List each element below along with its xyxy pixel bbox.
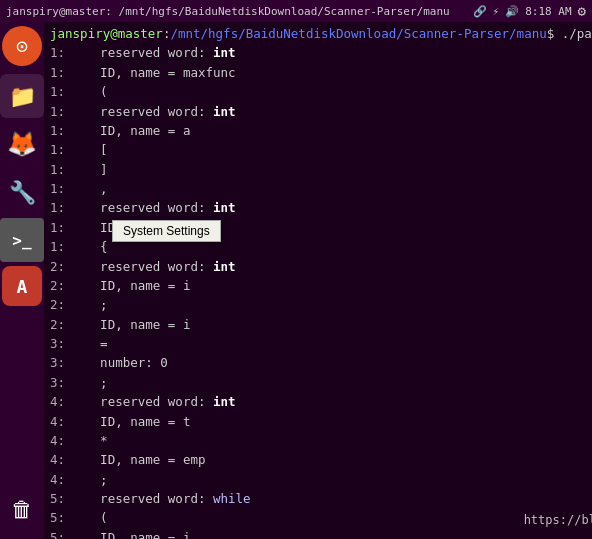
terminal-area: janspiry@master:/mnt/hgfs/BaiduNetdiskDo…	[44, 22, 592, 539]
command-line: janspiry@master:/mnt/hgfs/BaiduNetdiskDo…	[50, 24, 592, 43]
sidebar-item-settings[interactable]: 🔧	[0, 170, 44, 214]
settings-icon: 🔧	[9, 180, 36, 205]
bluetooth-icon: ⚡	[493, 5, 500, 18]
terminal-line: 5: ID, name = i	[50, 528, 592, 539]
terminal-line: 4: reserved word: int	[50, 392, 592, 411]
terminal-line: 1: [	[50, 140, 592, 159]
top-bar-title: janspiry@master: /mnt/hgfs/BaiduNetdiskD…	[6, 5, 473, 18]
time-display: 8:18 AM	[525, 5, 571, 18]
ubuntu-logo: ⊙	[2, 26, 42, 66]
top-bar: janspiry@master: /mnt/hgfs/BaiduNetdiskD…	[0, 0, 592, 22]
terminal-line: 4: ID, name = t	[50, 412, 592, 431]
top-bar-controls: 🔗 ⚡ 🔊 8:18 AM ⚙	[473, 3, 586, 19]
sidebar: ⊙ 📁 🦊 🔧 >_ A 🗑	[0, 22, 44, 539]
terminal-line: 4: ID, name = emp	[50, 450, 592, 469]
terminal-line: 1: reserved word: int	[50, 102, 592, 121]
terminal-line: 2: reserved word: int	[50, 257, 592, 276]
sidebar-item-home[interactable]: ⊙	[0, 26, 44, 70]
terminal-line: 2: ;	[50, 295, 592, 314]
terminal-line: 3: =	[50, 334, 592, 353]
terminal-line: 2: ID, name = i	[50, 276, 592, 295]
terminal-line: 5: (	[50, 508, 592, 527]
window-title: janspiry@master: /mnt/hgfs/BaiduNetdiskD…	[6, 5, 450, 18]
sidebar-item-software[interactable]: A	[2, 266, 42, 306]
network-icon[interactable]: 🔗	[473, 5, 487, 18]
files-icon: 📁	[9, 84, 36, 109]
sidebar-item-files[interactable]: 📁	[0, 74, 44, 118]
terminal-line: 1: reserved word: int	[50, 198, 592, 217]
terminal-line: 1: ID, name = maxfunc	[50, 63, 592, 82]
gear-icon[interactable]: ⚙	[578, 3, 586, 19]
terminal-line: 1: reserved word: int	[50, 43, 592, 62]
firefox-icon: 🦊	[7, 130, 37, 158]
terminal-line: 5: reserved word: while	[50, 489, 592, 508]
sidebar-item-terminal[interactable]: >_	[0, 218, 44, 262]
software-icon: A	[17, 276, 28, 297]
terminal-line: 2: ID, name = i	[50, 315, 592, 334]
system-settings-tooltip: System Settings	[112, 220, 221, 242]
sidebar-item-trash[interactable]: 🗑	[0, 487, 44, 531]
watermark-text: https://blog.csdn.net/jianglw1	[524, 513, 592, 527]
terminal-line: 1: ]	[50, 160, 592, 179]
terminal-line: 1: ID, name = a	[50, 121, 592, 140]
terminal-line: 4: ;	[50, 470, 592, 489]
terminal-icon: >_	[12, 231, 31, 250]
trash-icon: 🗑	[11, 497, 33, 522]
terminal-line: 3: ;	[50, 373, 592, 392]
watermark: https://blog.csdn.net/jianglw1	[524, 513, 592, 527]
sidebar-item-firefox[interactable]: 🦊	[0, 122, 44, 166]
terminal-line: 3: number: 0	[50, 353, 592, 372]
terminal-line: 4: *	[50, 431, 592, 450]
tooltip-text: System Settings	[123, 224, 210, 238]
main-layout: ⊙ 📁 🦊 🔧 >_ A 🗑 janspiry@mast	[0, 22, 592, 539]
terminal-line: 1: (	[50, 82, 592, 101]
terminal-line: 1: ,	[50, 179, 592, 198]
terminal-content[interactable]: janspiry@master:/mnt/hgfs/BaiduNetdiskDo…	[44, 22, 592, 539]
volume-icon[interactable]: 🔊	[505, 5, 519, 18]
